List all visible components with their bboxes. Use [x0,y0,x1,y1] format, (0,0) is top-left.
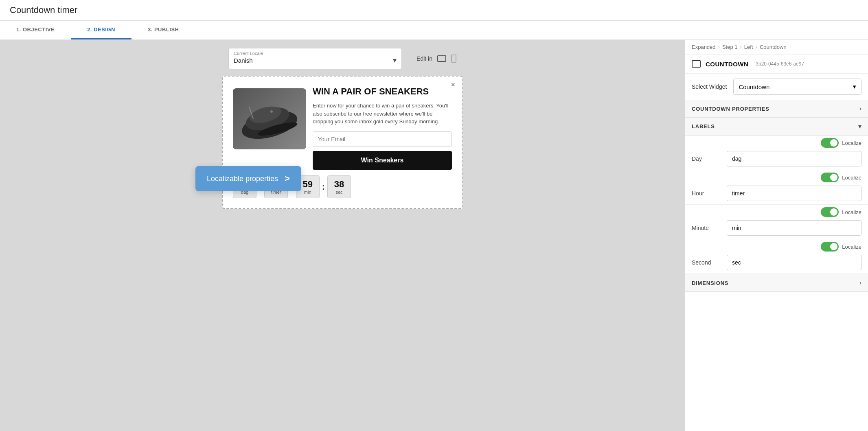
select-widget-row: Select Widget Countdown ▾ [685,74,868,100]
day-field-row: Day [685,148,868,170]
svg-point-5 [270,110,273,113]
second-localize-label: Localize [842,244,861,250]
email-field[interactable] [313,131,452,147]
sneaker-image [233,86,306,151]
minute-localize-row: Localize [685,205,868,217]
countdown-minutes-label: min [302,190,313,195]
canvas-area: Current Locale Danish ▾ Edit in × [0,40,685,431]
hour-localize-label: Localize [842,175,861,181]
countdown-widget-icon [692,60,701,68]
locale-value: Danish [234,57,253,64]
day-label: Day [692,155,720,162]
widget-name: COUNTDOWN [706,61,748,68]
localizable-tooltip-label: Localizable properties [207,175,278,183]
close-icon[interactable]: × [451,81,455,89]
tab-design[interactable]: 2. DESIGN [71,21,132,39]
popup-description: Enter now for your chance to win a pair … [313,102,452,126]
tab-publish[interactable]: 3. PUBLISH [132,21,195,39]
sneaker-img-placeholder [233,88,306,149]
minute-localize-label: Localize [842,209,861,215]
minute-input[interactable] [727,220,861,236]
edit-in-row: Edit in [416,55,456,63]
tab-objective[interactable]: 1. OBJECTIVE [0,21,71,39]
day-localize-label: Localize [842,140,861,146]
countdown-seconds-block: 38 sec [327,175,351,198]
countdown-minutes-value: 59 [302,179,313,190]
page-title: Countdown timer [10,5,77,15]
tooltip-arrow-icon: > [285,173,290,184]
locale-label: Current Locale [234,51,263,56]
locale-bar: Current Locale Danish ▾ Edit in [228,48,456,69]
select-widget-value: Countdown [739,83,769,90]
sneaker-svg [237,94,302,143]
minute-label: Minute [692,225,720,231]
breadcrumb-expanded: Expanded [692,44,716,50]
hour-localize-row: Localize [685,170,868,182]
win-sneakers-button[interactable]: Win Sneakers [313,151,452,170]
second-localize-row: Localize [685,239,868,252]
second-label: Second [692,259,720,266]
locale-dropdown-arrow[interactable]: ▾ [393,56,397,65]
select-widget-dropdown-arrow: ▾ [853,83,856,90]
breadcrumb-left: Left [744,44,753,50]
monitor-icon[interactable] [437,55,446,62]
select-widget-label: Select Widget [692,83,727,90]
select-widget-dropdown[interactable]: Countdown ▾ [733,79,861,95]
hour-label: Hour [692,190,720,197]
hour-field-row: Hour [685,182,868,205]
popup-content: WIN A PAIR OF SNEAKERS Enter now for you… [313,86,452,170]
dimensions-section: DIMENSIONS › [685,274,868,292]
locale-select-wrapper: Current Locale Danish ▾ [228,48,402,69]
countdown-seconds-value: 38 [333,179,345,190]
hour-localize-toggle[interactable] [821,173,839,182]
labels-section-content: Localize Day Localize Hour Localize Mi [685,136,868,274]
labels-section-header[interactable]: LABELS ▾ [685,118,868,136]
countdown-seconds-label: sec [333,190,345,195]
main-layout: Current Locale Danish ▾ Edit in × [0,40,868,431]
countdown-sep-3: : [322,182,325,192]
dimensions-section-title: DIMENSIONS [692,280,728,286]
dimensions-section-header[interactable]: DIMENSIONS › [685,274,868,292]
countdown-properties-arrow: › [859,105,861,112]
labels-section-title: LABELS [692,123,715,129]
second-localize-toggle[interactable] [821,242,839,252]
edit-in-label: Edit in [416,55,432,62]
header: Countdown timer [0,0,868,21]
widget-id: 3b20-0445-63e6-ae97 [756,61,804,67]
breadcrumb: Expanded › Step 1 › Left › Countdown [685,40,868,55]
minute-localize-toggle[interactable] [821,207,839,217]
popup-inner: WIN A PAIR OF SNEAKERS Enter now for you… [233,86,452,170]
second-field-row: Second [685,252,868,274]
second-input[interactable] [727,255,861,270]
day-localize-row: Localize [685,136,868,148]
labels-section-arrow: ▾ [858,123,861,130]
dimensions-section-arrow: › [859,279,861,287]
right-panel: Expanded › Step 1 › Left › Countdown COU… [685,40,868,431]
widget-selector-row: COUNTDOWN 3b20-0445-63e6-ae97 [685,55,868,74]
day-input[interactable] [727,151,861,166]
top-nav: 1. OBJECTIVE 2. DESIGN 3. PUBLISH [0,21,868,40]
hour-input[interactable] [727,186,861,201]
breadcrumb-countdown: Countdown [760,44,787,50]
breadcrumb-step1: Step 1 [722,44,738,50]
countdown-properties-section[interactable]: COUNTDOWN PROPERTIES › [685,100,868,118]
minute-field-row: Minute [685,217,868,239]
day-localize-toggle[interactable] [821,138,839,148]
popup-title: WIN A PAIR OF SNEAKERS [313,86,452,97]
mobile-icon[interactable] [451,55,456,63]
localizable-properties-tooltip[interactable]: Localizable properties > [195,166,301,191]
locale-select-row[interactable]: Danish ▾ [234,56,397,65]
countdown-properties-title: COUNTDOWN PROPERTIES [692,106,769,112]
